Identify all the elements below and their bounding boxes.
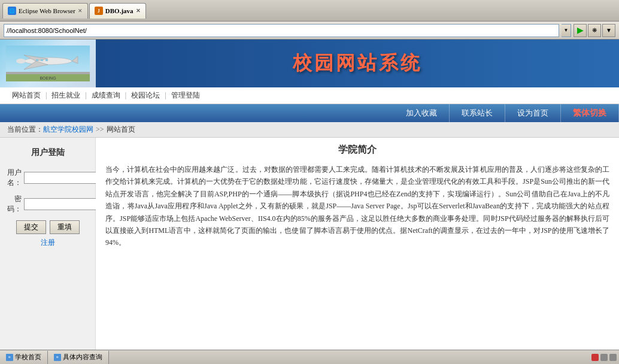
breadcrumb: 当前位置： 航空学院校园网 >> 网站首页 <box>0 122 619 138</box>
article-title: 学院简介 <box>105 144 609 156</box>
svg-rect-9 <box>45 59 48 61</box>
status-dot-red <box>591 354 599 361</box>
url-dropdown[interactable]: ▼ <box>562 24 571 37</box>
status-dot-gray2 <box>609 354 617 361</box>
java-icon: J <box>95 7 103 15</box>
svg-rect-2 <box>6 72 90 74</box>
form-buttons: 提交 重填 <box>7 220 88 234</box>
bottom-tab-label-0: 学校首页 <box>15 353 41 362</box>
svg-rect-8 <box>41 59 43 61</box>
bottom-tab-0[interactable]: ≡ 学校首页 <box>0 351 48 364</box>
nav-buttons: ▶ ❋ ▼ <box>574 24 615 37</box>
password-row: 密 码： <box>7 194 88 214</box>
site-wrapper: BOEING 校园网站系统 网站首页 | 招生就业 | 成绩查询 | 校园论坛 … <box>0 40 619 350</box>
site-header: BOEING 校园网站系统 <box>0 40 619 87</box>
breadcrumb-prefix: 当前位置： <box>7 125 43 135</box>
globe-icon: 🌐 <box>8 7 16 15</box>
airplane-svg: BOEING <box>6 46 90 81</box>
article-area: 学院简介 当今，计算机在社会中的应用越来越广泛。过去，对数据的管理都需要人工来完… <box>96 138 619 350</box>
tab-bar: 🌐 Eclipse Web Browser ✕ J DBO.java ✕ <box>0 0 619 22</box>
set-homepage-btn[interactable]: 设为首页 <box>505 104 561 122</box>
username-row: 用户名： <box>7 168 88 188</box>
tab-eclipse[interactable]: 🌐 Eclipse Web Browser ✕ <box>2 3 88 19</box>
site-title-area: 校园网站系统 <box>96 40 619 87</box>
extra-button[interactable]: ❋ <box>588 24 601 37</box>
nav-admission[interactable]: 招生就业 <box>47 90 85 101</box>
article-text: 当今，计算机在社会中的应用越来越广泛。过去，对数据的管理都需要人工来完成。随着计… <box>105 163 609 249</box>
browser-content: BOEING 校园网站系统 网站首页 | 招生就业 | 成绩查询 | 校园论坛 … <box>0 40 619 350</box>
switch-encoding-btn[interactable]: 繁体切换 <box>561 104 619 122</box>
add-bookmark-btn[interactable]: 加入收藏 <box>394 104 450 122</box>
sidebar: 用户登陆 用户名： 密 码： 提交 重填 注册 <box>0 138 96 350</box>
nav-grades[interactable]: 成绩查询 <box>87 90 125 101</box>
svg-text:BOEING: BOEING <box>40 76 56 80</box>
bottom-tab-label-1: 具体内容查询 <box>63 353 102 362</box>
contact-btn[interactable]: 联系站长 <box>450 104 505 122</box>
status-dot-gray1 <box>600 354 608 361</box>
tab-eclipse-label: Eclipse Web Browser <box>19 7 75 14</box>
svg-point-10 <box>16 59 26 63</box>
tab-dbo[interactable]: J DBO.java ✕ <box>89 3 146 19</box>
register-link[interactable]: 注册 <box>7 238 88 248</box>
extra-icon: ❋ <box>592 27 597 34</box>
login-box-title: 用户登陆 <box>7 147 88 158</box>
url-input[interactable] <box>4 24 559 37</box>
bottom-tab-1[interactable]: ≡ 具体内容查询 <box>48 351 109 364</box>
go-button[interactable]: ▶ <box>574 24 587 37</box>
tab-dbo-label: DBO.java <box>105 7 133 14</box>
tab-eclipse-close[interactable]: ✕ <box>78 8 83 14</box>
submit-button[interactable]: 提交 <box>16 220 46 234</box>
breadcrumb-separator: >> <box>96 125 104 134</box>
nav-forum[interactable]: 校园论坛 <box>126 90 165 101</box>
menu-button[interactable]: ▼ <box>602 24 615 37</box>
nav-admin[interactable]: 管理登陆 <box>166 90 205 101</box>
site-nav: 网站首页 | 招生就业 | 成绩查询 | 校园论坛 | 管理登陆 <box>0 87 619 104</box>
action-bar: 加入收藏 联系站长 设为首页 繁体切换 <box>0 104 619 122</box>
status-icons <box>591 354 619 361</box>
dropdown-arrow-icon: ▼ <box>564 28 569 33</box>
main-content: 用户登陆 用户名： 密 码： 提交 重填 注册 <box>0 138 619 350</box>
username-label: 用户名： <box>7 168 22 188</box>
password-label: 密 码： <box>7 194 22 214</box>
tab-dbo-close[interactable]: ✕ <box>136 8 141 14</box>
bottom-bar: ≡ 学校首页 ≡ 具体内容查询 <box>0 350 619 364</box>
address-bar: ▼ ▶ ❋ ▼ <box>0 22 619 40</box>
go-icon: ▶ <box>577 25 584 35</box>
menu-icon: ▼ <box>606 27 612 34</box>
reset-button[interactable]: 重填 <box>50 220 80 234</box>
breadcrumb-current: 网站首页 <box>107 125 135 135</box>
breadcrumb-root[interactable]: 航空学院校园网 <box>43 125 93 135</box>
header-image: BOEING <box>0 40 96 87</box>
bottom-tab-icon-0: ≡ <box>6 354 13 361</box>
bottom-tab-icon-1: ≡ <box>54 354 61 361</box>
svg-rect-7 <box>36 59 38 61</box>
site-title: 校园网站系统 <box>293 50 422 77</box>
nav-home[interactable]: 网站首页 <box>7 90 45 101</box>
